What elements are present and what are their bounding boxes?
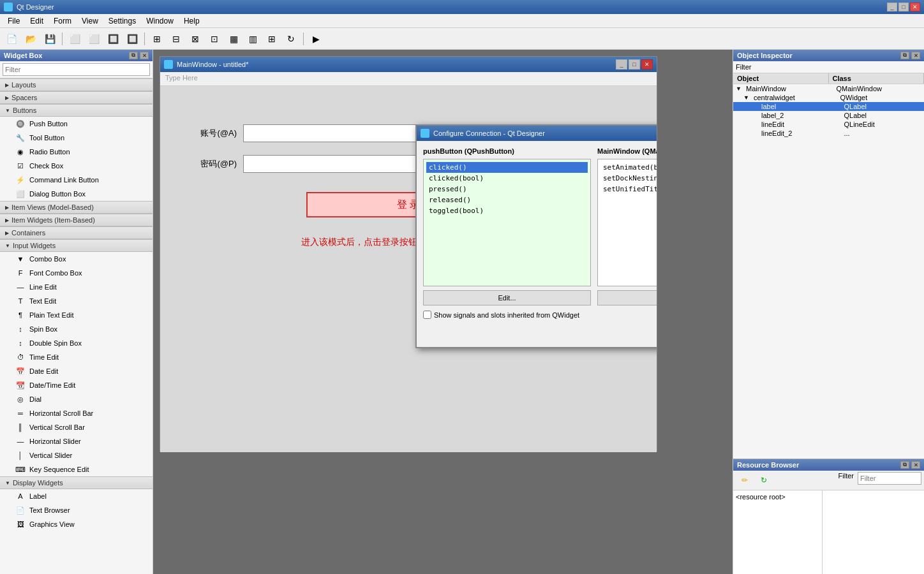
tree-row-lineedit2[interactable]: lineEdit_2 ... xyxy=(733,129,924,138)
widget-push-button[interactable]: 🔘 Push Button xyxy=(0,117,153,131)
tool-button-icon: 🔧 xyxy=(15,133,26,143)
inherited-checkbox[interactable] xyxy=(423,311,431,319)
main-window-min[interactable]: _ xyxy=(616,59,627,70)
widget-dialog-button-box[interactable]: ⬜ Dialog Button Box xyxy=(0,187,153,201)
slot-set-animated[interactable]: setAnimated(bool) xyxy=(600,162,657,173)
menu-help[interactable]: Help xyxy=(179,15,205,27)
category-item-views-arrow: ▶ xyxy=(5,205,9,210)
layout7-button[interactable]: ⊞ xyxy=(263,31,281,47)
inspector-float-btn[interactable]: ⧉ xyxy=(900,52,909,59)
layout5-button[interactable]: ▦ xyxy=(225,31,242,47)
menu-view[interactable]: View xyxy=(77,15,103,27)
main-window-max[interactable]: □ xyxy=(629,59,640,70)
menu-window[interactable]: Window xyxy=(141,15,179,27)
tree-row-label2[interactable]: label_2 QLabel xyxy=(733,111,924,120)
layout3-button[interactable]: ⊠ xyxy=(186,31,204,47)
slot-set-unified-title[interactable]: setUnifiedTitleAndToolBarOnMac(bool) xyxy=(600,184,657,195)
signal-pressed[interactable]: pressed() xyxy=(426,184,588,195)
tree-row-label[interactable]: label QLabel xyxy=(733,102,924,111)
widget-key-seq-edit[interactable]: ⌨ Key Sequence Edit xyxy=(0,462,153,476)
push-button-icon: 🔘 xyxy=(15,119,26,129)
tree-row-centralwidget[interactable]: ▼ centralwidget QWidget xyxy=(733,93,924,102)
maximize-button[interactable]: □ xyxy=(898,3,909,11)
inherited-checkbox-label: Show signals and slots inherited from QW… xyxy=(434,311,579,319)
menu-settings[interactable]: Settings xyxy=(103,15,141,27)
widget-box-float[interactable]: ⧉ xyxy=(129,52,138,59)
open-button[interactable]: 📂 xyxy=(22,31,40,47)
widget-plain-text-edit[interactable]: ¶ Plain Text Edit xyxy=(0,308,153,322)
widget-line-edit[interactable]: — Line Edit xyxy=(0,280,153,294)
resource-filter-input[interactable] xyxy=(858,472,921,485)
category-display-widgets-arrow: ▼ xyxy=(5,480,10,486)
category-input-widgets[interactable]: ▼ Input Widgets xyxy=(0,239,153,252)
main-window-close[interactable]: ✕ xyxy=(641,59,653,70)
menu-file[interactable]: File xyxy=(3,15,25,27)
canvas-area[interactable]: 账号(@A) 密码(@P) 登 录 进入该模式后，点击登录按钮往右拖动，弹出如右… xyxy=(160,86,657,452)
resource-browser-close-btn[interactable]: ✕ xyxy=(911,461,920,469)
signal-clicked[interactable]: clicked() xyxy=(426,162,588,173)
resource-right-panel xyxy=(823,490,924,574)
redo-button[interactable]: ⬜ xyxy=(85,31,103,47)
category-spacers[interactable]: ▶ Spacers xyxy=(0,91,153,104)
widget-v-slider[interactable]: │ Vertical Slider xyxy=(0,448,153,462)
widget-date-edit[interactable]: 📅 Date Edit xyxy=(0,364,153,378)
widget-graphics-view[interactable]: 🖼 Graphics View xyxy=(0,517,153,531)
signal-edit-button[interactable]: Edit... xyxy=(423,290,591,305)
resource-browser-float-btn[interactable]: ⧉ xyxy=(900,461,909,469)
category-item-views[interactable]: ▶ Item Views (Model-Based) xyxy=(0,201,153,214)
widget-tool-button[interactable]: 🔧 Tool Button xyxy=(0,131,153,145)
minimize-button[interactable]: _ xyxy=(887,3,897,11)
layout6-button[interactable]: ▥ xyxy=(244,31,262,47)
tree-row-mainwindow[interactable]: ▼ MainWindow QMainWindow xyxy=(733,84,924,93)
widget-time-edit[interactable]: ⏱ Time Edit xyxy=(0,350,153,364)
new-button[interactable]: 📄 xyxy=(3,31,20,47)
widget-dial[interactable]: ◎ Dial xyxy=(0,392,153,406)
tool1-button[interactable]: 🔲 xyxy=(104,31,122,47)
category-layouts[interactable]: ▶ Layouts xyxy=(0,78,153,91)
category-containers[interactable]: ▶ Containers xyxy=(0,226,153,239)
tool2-button[interactable]: 🔲 xyxy=(123,31,141,47)
menu-edit[interactable]: Edit xyxy=(25,15,48,27)
signal-clicked-bool[interactable]: clicked(bool) xyxy=(426,173,588,184)
menubar-placeholder[interactable]: Type Here xyxy=(160,72,657,86)
widget-h-slider[interactable]: — Horizontal Slider xyxy=(0,434,153,448)
radio-button-label: Radio Button xyxy=(29,148,70,156)
layout8-button[interactable]: ↻ xyxy=(282,31,300,47)
widget-v-scroll-bar[interactable]: ║ Vertical Scroll Bar xyxy=(0,420,153,434)
widget-text-edit[interactable]: T Text Edit xyxy=(0,294,153,308)
close-button[interactable]: ✕ xyxy=(910,3,920,11)
widget-box-close[interactable]: ✕ xyxy=(140,52,149,59)
widget-label[interactable]: A Label xyxy=(0,489,153,503)
save-button[interactable]: 💾 xyxy=(41,31,59,47)
widget-command-link-button[interactable]: ⚡ Command Link Button xyxy=(0,173,153,187)
layout2-button[interactable]: ⊟ xyxy=(167,31,185,47)
signal-released[interactable]: released() xyxy=(426,195,588,205)
slot-set-dock-nesting[interactable]: setDockNestingEnabled(bool) xyxy=(600,173,657,184)
widget-spin-box[interactable]: ↕ Spin Box xyxy=(0,322,153,336)
widget-text-browser[interactable]: 📄 Text Browser xyxy=(0,503,153,517)
widget-combo-box[interactable]: ▼ Combo Box xyxy=(0,252,153,266)
undo-button[interactable]: ⬜ xyxy=(66,31,84,47)
signal-toggled-bool[interactable]: toggled(bool) xyxy=(426,205,588,216)
widget-datetime-edit[interactable]: 📆 Date/Time Edit xyxy=(0,378,153,392)
resource-edit-btn[interactable]: ✏ xyxy=(736,472,754,489)
widget-double-spin-box[interactable]: ↕ Double Spin Box xyxy=(0,336,153,350)
slot-edit-button[interactable]: Edit... xyxy=(597,290,657,305)
category-item-widgets[interactable]: ▶ Item Widgets (Item-Based) xyxy=(0,214,153,226)
menu-form[interactable]: Form xyxy=(48,15,77,27)
category-buttons[interactable]: ▼ Buttons xyxy=(0,104,153,117)
plain-text-edit-icon: ¶ xyxy=(15,310,26,320)
widget-h-scroll-bar[interactable]: ═ Horizontal Scroll Bar xyxy=(0,406,153,420)
category-display-widgets[interactable]: ▼ Display Widgets xyxy=(0,476,153,489)
widget-font-combo-box[interactable]: F Font Combo Box xyxy=(0,266,153,280)
layout1-button[interactable]: ⊞ xyxy=(148,31,166,47)
graphics-view-label: Graphics View xyxy=(29,520,75,528)
tree-row-lineedit[interactable]: lineEdit QLineEdit xyxy=(733,120,924,129)
widget-check-box[interactable]: ☑ Check Box xyxy=(0,159,153,173)
widget-box-filter-input[interactable] xyxy=(3,63,150,76)
preview-button[interactable]: ▶ xyxy=(307,31,325,47)
inspector-close-btn[interactable]: ✕ xyxy=(911,52,920,59)
widget-radio-button[interactable]: ◉ Radio Button xyxy=(0,145,153,159)
layout4-button[interactable]: ⊡ xyxy=(205,31,223,47)
resource-reload-btn[interactable]: ↻ xyxy=(755,472,773,489)
